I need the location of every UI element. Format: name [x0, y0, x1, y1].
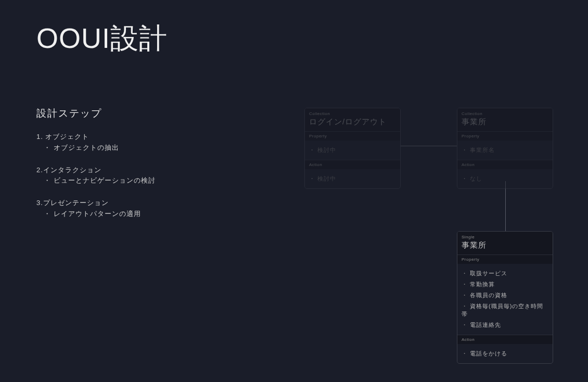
card-action-item: なし: [462, 173, 548, 184]
step-sub: ・ ビューとナビゲーションの検討: [36, 175, 156, 186]
card-title: 事業所: [462, 117, 548, 127]
card-property-item: 各職員の資格: [462, 290, 548, 301]
section-heading: 設計ステップ: [36, 107, 102, 120]
card-property-item: 電話連絡先: [462, 320, 548, 330]
card-action-header: Action: [457, 160, 553, 169]
card-section-label: Property: [462, 134, 548, 138]
card-login: Collection ログイン/ログアウト Property 検討中 Actio…: [304, 108, 401, 189]
card-section-label: Action: [462, 162, 548, 167]
step-sub: ・ オブジェクトの抽出: [36, 143, 156, 154]
card-action-header: Action: [305, 160, 400, 169]
card-property-body: 検討中: [305, 141, 400, 160]
card-office-collection: Collection 事業所 Property 事業所名 Action なし: [457, 108, 553, 189]
card-property-item: 常勤換算: [462, 279, 548, 290]
card-property-item: 事業所名: [462, 145, 548, 156]
card-action-body: なし: [457, 169, 553, 188]
card-action-header: Action: [457, 335, 553, 344]
card-type-label: Collection: [309, 111, 396, 116]
card-type-label: Single: [462, 235, 548, 239]
card-property-body: 事業所名: [457, 141, 553, 160]
card-property-header: Property: [457, 254, 553, 264]
card-property-header: Property: [457, 131, 553, 141]
card-action-body: 検討中: [305, 169, 400, 188]
card-section-label: Action: [309, 162, 396, 167]
card-header: Single 事業所: [457, 232, 553, 254]
card-title: ログイン/ログアウト: [309, 117, 396, 127]
card-property-item: 取扱サービス: [462, 268, 548, 279]
step-item: 1. オブジェクト ・ オブジェクトの抽出: [36, 132, 156, 154]
steps-list: 1. オブジェクト ・ オブジェクトの抽出 2.インタラクション ・ ビューとナ…: [36, 132, 156, 231]
card-action-body: 電話をかける: [457, 344, 553, 363]
step-item: 2.インタラクション ・ ビューとナビゲーションの検討: [36, 165, 156, 187]
step-item: 3.プレゼンテーション ・ レイアウトパターンの適用: [36, 198, 156, 220]
card-property-body: 取扱サービス 常勤換算 各職員の資格 資格毎(職員毎)の空き時間帯 電話連絡先: [457, 264, 553, 335]
step-sub: ・ レイアウトパターンの適用: [36, 209, 156, 220]
page-title: OOUI設計: [36, 20, 168, 58]
step-label: 2.インタラクション: [36, 165, 156, 176]
card-action-item: 電話をかける: [462, 348, 548, 359]
card-section-label: Property: [309, 134, 396, 138]
card-type-label: Collection: [462, 111, 548, 116]
card-header: Collection 事業所: [457, 108, 553, 131]
step-label: 3.プレゼンテーション: [36, 198, 156, 209]
card-title: 事業所: [462, 240, 548, 250]
card-property-item: 検討中: [309, 145, 396, 156]
card-action-item: 検討中: [309, 173, 396, 184]
connector-line: [401, 146, 457, 146]
card-office-single: Single 事業所 Property 取扱サービス 常勤換算 各職員の資格 資…: [457, 231, 553, 364]
step-label: 1. オブジェクト: [36, 132, 156, 143]
card-property-item: 資格毎(職員毎)の空き時間帯: [462, 301, 548, 320]
card-header: Collection ログイン/ログアウト: [305, 108, 400, 131]
card-section-label: Property: [462, 257, 548, 262]
card-property-header: Property: [305, 131, 400, 141]
card-section-label: Action: [462, 337, 548, 342]
